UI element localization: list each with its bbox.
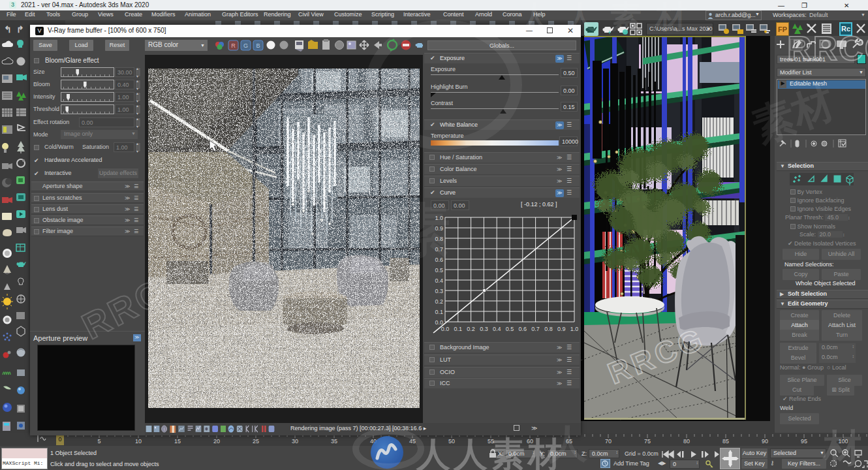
svg-text:0.1: 0.1: [435, 309, 443, 315]
svg-text:G: G: [243, 42, 248, 49]
svg-text:70: 70: [605, 438, 612, 445]
svg-text:0.4: 0.4: [493, 326, 501, 332]
svg-text:25: 25: [253, 438, 259, 445]
svg-text:0.6: 0.6: [435, 257, 443, 263]
svg-text:90: 90: [762, 438, 768, 445]
svg-text:R: R: [231, 42, 236, 49]
svg-text:65: 65: [566, 438, 572, 445]
svg-text:0.5: 0.5: [435, 267, 443, 274]
svg-text:80: 80: [683, 438, 690, 445]
svg-text:0.0: 0.0: [441, 326, 450, 332]
svg-text:0.2: 0.2: [435, 298, 443, 305]
svg-text:B: B: [256, 42, 260, 49]
svg-text:0.6: 0.6: [519, 326, 527, 332]
svg-text:30: 30: [292, 438, 298, 445]
svg-text:100: 100: [838, 438, 848, 445]
svg-text:0.4: 0.4: [435, 277, 443, 284]
svg-text:60: 60: [527, 438, 533, 445]
svg-text:35: 35: [331, 438, 337, 445]
svg-text:0.8: 0.8: [544, 326, 553, 332]
svg-text:0.0: 0.0: [435, 319, 443, 326]
svg-text:0.1: 0.1: [454, 326, 463, 332]
svg-text:10: 10: [135, 438, 142, 445]
svg-text:95: 95: [801, 438, 807, 445]
svg-text:1.0: 1.0: [570, 326, 578, 332]
svg-text:i: i: [164, 426, 164, 431]
svg-text:0.3: 0.3: [480, 326, 488, 332]
svg-text:0.7: 0.7: [435, 246, 443, 253]
svg-text:0.8: 0.8: [435, 236, 443, 242]
svg-text:20: 20: [213, 438, 220, 445]
svg-text:0.3: 0.3: [435, 288, 443, 294]
svg-text:0.9: 0.9: [557, 326, 566, 332]
svg-text:40: 40: [370, 438, 377, 445]
svg-text:55: 55: [488, 438, 494, 445]
svg-text:0.9: 0.9: [435, 225, 443, 232]
svg-text:0.5: 0.5: [506, 326, 514, 332]
svg-text:0.2: 0.2: [467, 326, 475, 332]
svg-text:50: 50: [448, 438, 455, 445]
svg-text:15: 15: [174, 438, 181, 445]
svg-text:0.7: 0.7: [531, 326, 540, 332]
svg-text:1.0: 1.0: [435, 215, 443, 221]
svg-text:5: 5: [97, 438, 101, 445]
svg-text:75: 75: [644, 438, 651, 445]
svg-text:45: 45: [409, 438, 416, 445]
svg-text:0: 0: [58, 436, 61, 443]
svg-text:85: 85: [722, 438, 729, 445]
